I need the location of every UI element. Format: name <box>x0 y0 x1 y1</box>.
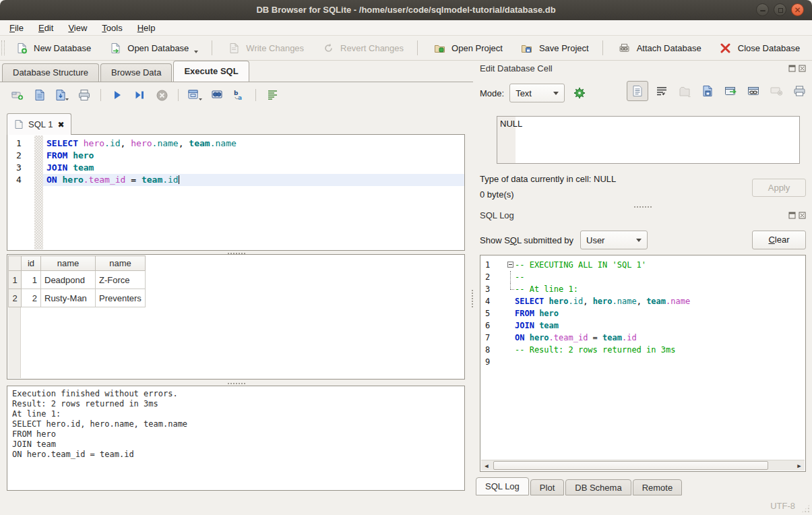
close-sql1-tab-icon[interactable]: ✖ <box>57 120 64 129</box>
cell-editor[interactable]: NULL <box>497 116 800 164</box>
code-line: 5FROM hero <box>480 307 805 320</box>
dock-tab-bar: SQL Log Plot DB Schema Remote <box>476 477 683 495</box>
sql-log-float-icon[interactable] <box>788 212 796 219</box>
code-line: 2FROM hero <box>7 150 464 162</box>
open-sql-tab-icon[interactable] <box>9 87 26 103</box>
row-number[interactable]: 1 <box>9 271 22 289</box>
sql1-tab[interactable]: SQL 1 ✖ <box>7 113 71 135</box>
line-number: 9 <box>480 356 507 368</box>
attach-database-button[interactable]: Attach Database <box>608 38 710 58</box>
maximize-button[interactable] <box>774 3 786 16</box>
export-cell-icon[interactable] <box>698 82 717 100</box>
clear-button[interactable]: Clear <box>752 231 806 249</box>
column-header[interactable]: name <box>41 256 96 271</box>
row-number[interactable]: 2 <box>9 289 22 307</box>
sql-log-close-icon[interactable] <box>799 212 806 219</box>
scroll-right-arrow[interactable]: ▶ <box>794 460 805 471</box>
message-line: Result: 2 rows returned in 3ms <box>12 399 460 409</box>
scroll-left-arrow[interactable]: ◀ <box>481 460 492 471</box>
result-row: 11DeadpondZ-Force <box>9 271 146 289</box>
stop-icon[interactable] <box>154 87 170 103</box>
main-toolbar: New Database Open Database Write Changes… <box>0 36 812 61</box>
new-database-button[interactable]: New Database <box>5 38 99 58</box>
code-line: 7ON hero.team_id = team.id <box>480 332 805 344</box>
revert-changes-button[interactable]: Revert Changes <box>312 38 412 58</box>
print-icon[interactable] <box>76 87 92 103</box>
resize-grip[interactable] <box>801 504 810 513</box>
menu-tools[interactable]: Tools <box>94 20 129 36</box>
result-cell[interactable]: 1 <box>22 271 41 289</box>
message-line: Execution finished without errors. <box>12 389 460 399</box>
scroll-thumb[interactable] <box>493 461 768 470</box>
edit-cell-float-icon[interactable] <box>788 65 796 72</box>
find-icon[interactable] <box>209 87 225 103</box>
open-project-button[interactable]: Open Project <box>423 38 511 58</box>
dock-tab-db-schema[interactable]: DB Schema <box>565 479 631 495</box>
open-in-tab-icon[interactable] <box>187 87 203 103</box>
result-cell[interactable]: Z-Force <box>96 271 146 289</box>
word-wrap-icon[interactable] <box>652 82 671 100</box>
column-header[interactable]: id <box>22 256 41 271</box>
open-database-dropdown[interactable] <box>194 51 198 53</box>
apply-button[interactable]: Apply <box>752 179 806 197</box>
save-as-icon[interactable] <box>721 82 740 100</box>
result-cell[interactable]: Rusty-Man <box>41 289 96 307</box>
open-database-button[interactable]: Open Database <box>99 38 206 58</box>
link-cell-icon[interactable] <box>744 82 763 100</box>
tab-browse-data[interactable]: Browse Data <box>100 63 172 82</box>
line-number: 1 <box>480 259 507 271</box>
save-project-button[interactable]: Save Project <box>511 38 597 58</box>
replace-icon[interactable]: ba <box>231 87 247 103</box>
message-line: SELECT hero.id, hero.name, team.name <box>12 419 460 429</box>
sql-log-view[interactable]: 1-- EXECUTING ALL IN 'SQL 1'2--3-- At li… <box>480 255 806 472</box>
execute-all-icon[interactable] <box>109 87 125 103</box>
null-cell-icon[interactable] <box>767 82 786 100</box>
code-line: 8-- Result: 2 rows returned in 3ms <box>480 344 805 356</box>
submitted-by-combobox[interactable]: User <box>580 231 648 249</box>
result-cell[interactable]: Deadpond <box>41 271 96 289</box>
menu-file[interactable]: File <box>2 20 31 36</box>
open-sql-file-icon[interactable] <box>32 87 48 103</box>
write-changes-button[interactable]: Write Changes <box>218 38 312 58</box>
edit-cell-close-icon[interactable] <box>799 65 806 72</box>
mode-combobox[interactable]: Text <box>509 84 565 102</box>
dock-tab-remote[interactable]: Remote <box>633 479 683 495</box>
code-line: 1-- EXECUTING ALL IN 'SQL 1' <box>480 259 805 271</box>
cell-type-info: Type of data currently in cell: NULL <box>480 174 616 184</box>
save-sql-file-icon[interactable] <box>54 87 70 103</box>
menu-edit[interactable]: Edit <box>31 20 61 36</box>
execute-line-icon[interactable] <box>131 87 148 103</box>
code-line: 3-- At line 1: <box>480 283 805 295</box>
close-button[interactable]: ✕ <box>791 3 804 16</box>
log-horizontal-scrollbar[interactable]: ◀ ▶ <box>481 460 805 471</box>
menu-help[interactable]: Help <box>130 20 163 36</box>
result-cell[interactable]: 2 <box>22 289 41 307</box>
filter-label: Show SQL submitted by <box>480 235 573 245</box>
import-cell-icon[interactable] <box>675 82 694 100</box>
execution-message-box: Execution finished without errors.Result… <box>7 386 465 491</box>
close-database-icon <box>718 40 734 56</box>
dock-tab-plot[interactable]: Plot <box>530 479 564 495</box>
edit-cell-title: Edit Database Cell <box>480 63 553 73</box>
result-cell[interactable]: Preventers <box>96 289 146 307</box>
tab-execute-sql[interactable]: Execute SQL <box>173 61 249 82</box>
code-line: 9 <box>480 356 805 368</box>
tab-database-structure[interactable]: Database Structure <box>2 63 99 82</box>
mode-label: Mode: <box>480 88 504 98</box>
line-number: 6 <box>480 320 507 332</box>
import-settings-icon[interactable] <box>570 84 589 102</box>
minimize-button[interactable] <box>756 3 769 16</box>
results-message-splitter[interactable] <box>0 381 473 386</box>
dock-tab-sql-log[interactable]: SQL Log <box>476 477 529 495</box>
code-line: 2-- <box>480 271 805 283</box>
dock-splitter[interactable] <box>473 204 812 209</box>
text-mode-icon[interactable] <box>627 81 648 101</box>
sql-editor[interactable]: 1SELECT hero.id, hero.name, team.name2FR… <box>7 134 465 251</box>
toolbar-grip[interactable] <box>1 40 5 55</box>
format-sql-icon[interactable] <box>264 87 280 103</box>
close-database-button[interactable]: Close Database <box>710 38 809 58</box>
print-cell-icon[interactable] <box>790 82 809 100</box>
line-number: 5 <box>480 307 507 320</box>
column-header[interactable]: name <box>96 256 146 271</box>
menu-view[interactable]: View <box>61 20 94 36</box>
